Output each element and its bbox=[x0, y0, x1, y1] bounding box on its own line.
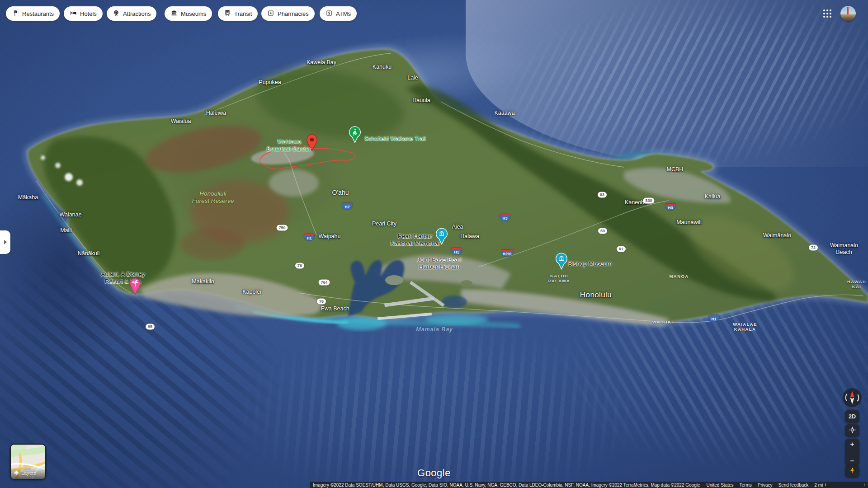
museums-icon bbox=[170, 9, 178, 18]
neighborhood-label: KALIHI PALAMA bbox=[548, 273, 570, 284]
my-location-icon bbox=[849, 426, 856, 436]
category-label: Transit bbox=[234, 10, 252, 17]
pegman-icon bbox=[849, 467, 856, 476]
category-attractions[interactable]: Attractions bbox=[107, 6, 156, 21]
atms-icon bbox=[326, 9, 333, 18]
park-poi-label[interactable]: Schofield Waikane Trail bbox=[364, 135, 425, 142]
marker-wahiawa-botanical-garden[interactable] bbox=[306, 134, 318, 153]
hotels-icon bbox=[70, 9, 77, 18]
town-label[interactable]: Kailua bbox=[705, 193, 721, 200]
street-view-pegman[interactable] bbox=[845, 465, 859, 478]
my-location-button[interactable] bbox=[845, 424, 859, 437]
town-label[interactable]: Nānākuli bbox=[78, 250, 100, 257]
scale-label: 2 mi bbox=[814, 483, 823, 488]
neighborhood-label: HAWAII KAI bbox=[847, 279, 866, 290]
poi-label[interactable]: Pearl Harbor National Memorial bbox=[391, 233, 440, 247]
terms-link[interactable]: Terms bbox=[740, 483, 752, 488]
park-poi-label[interactable]: Wahiawa Botanical Garden bbox=[267, 138, 312, 152]
zoom-control[interactable]: + − bbox=[845, 439, 859, 466]
category-restaurants[interactable]: Restaurants bbox=[6, 6, 60, 21]
marker-pearl-harbor-memorial[interactable] bbox=[435, 228, 449, 247]
town-label[interactable]: O'ahu bbox=[332, 189, 349, 197]
town-label[interactable]: Hauula bbox=[412, 97, 430, 104]
transit-icon bbox=[224, 9, 231, 18]
town-label[interactable]: Waialua bbox=[171, 118, 191, 125]
attribution-bar: Imagery ©2022 Data SOEST/UHM, Data USGS,… bbox=[310, 482, 868, 488]
town-label[interactable]: Haleiwa bbox=[206, 110, 226, 117]
town-label[interactable]: Waimānalo bbox=[763, 232, 791, 239]
town-label[interactable]: Pupukea bbox=[259, 79, 281, 86]
town-label[interactable]: Waianae bbox=[60, 211, 82, 218]
side-panel-expand-button[interactable] bbox=[0, 230, 10, 254]
neighborhood-label: WAIKIKI bbox=[652, 319, 674, 324]
town-label[interactable]: Makakilo bbox=[192, 278, 214, 285]
town-label[interactable]: Mākaha bbox=[18, 194, 38, 201]
poi-label[interactable]: Bishop Museum bbox=[568, 260, 612, 267]
town-label[interactable]: Kaneohe bbox=[625, 199, 647, 206]
zoom-in-button[interactable]: + bbox=[850, 441, 854, 447]
zoom-out-button[interactable]: − bbox=[850, 457, 854, 464]
water-label: Mamala Bay bbox=[416, 326, 453, 333]
region-link[interactable]: United States bbox=[707, 483, 734, 488]
send-feedback-link[interactable]: Send feedback bbox=[778, 483, 809, 488]
chevron-right-icon bbox=[4, 240, 7, 244]
map-canvas[interactable]: Kawela BayKahukuPupukeaLaieHauulaHaleiwa… bbox=[0, 0, 868, 488]
layers-control[interactable]: Layers bbox=[10, 444, 46, 480]
neighborhood-label: MANOA bbox=[670, 274, 689, 279]
town-label[interactable]: Ewa Beach bbox=[321, 305, 349, 312]
pharmacies-icon bbox=[267, 9, 274, 18]
category-hotels[interactable]: Hotels bbox=[64, 6, 103, 21]
town-label[interactable]: MCBH bbox=[667, 166, 684, 173]
category-pharmacies[interactable]: Pharmacies bbox=[261, 6, 315, 21]
town-label[interactable]: Kaaawa bbox=[494, 110, 514, 117]
town-label[interactable]: Maunawili bbox=[676, 219, 702, 226]
town-label[interactable]: Laie bbox=[407, 75, 418, 81]
restaurants-icon bbox=[12, 9, 19, 18]
category-label: ATMs bbox=[336, 10, 351, 17]
town-label[interactable]: Kahuku bbox=[373, 64, 392, 70]
category-label: Hotels bbox=[80, 10, 97, 17]
account-avatar[interactable] bbox=[840, 6, 856, 21]
map-attribution: Imagery ©2022 Data SOEST/UHM, Data USGS,… bbox=[313, 483, 700, 488]
forest-reserve-label[interactable]: Honouliuli Forest Reserve bbox=[192, 190, 234, 205]
layers-label: Layers bbox=[21, 470, 36, 476]
town-label[interactable]: Waipahu bbox=[319, 233, 341, 240]
scale-bar bbox=[826, 483, 864, 486]
town-label[interactable]: Maili bbox=[60, 227, 72, 234]
category-transit[interactable]: Transit bbox=[218, 6, 258, 21]
compass-control[interactable] bbox=[842, 388, 862, 408]
category-label: Restaurants bbox=[22, 10, 54, 17]
neighborhood-label: WAIALAE KAHALA bbox=[733, 322, 757, 332]
toggle-2d-button[interactable]: 2D bbox=[845, 410, 859, 423]
category-museums[interactable]: Museums bbox=[165, 6, 212, 21]
google-apps-grid-icon[interactable] bbox=[822, 8, 833, 19]
2d-label: 2D bbox=[849, 413, 856, 420]
poi-label[interactable]: Joint Base Pearl Harbor-Hickam bbox=[417, 256, 462, 271]
privacy-link[interactable]: Privacy bbox=[758, 483, 773, 488]
category-label: Pharmacies bbox=[278, 10, 309, 17]
town-label[interactable]: Kawela Bay bbox=[307, 59, 336, 66]
google-logo: Google bbox=[417, 467, 451, 479]
marker-bishop-museum[interactable] bbox=[555, 253, 569, 272]
layers-icon bbox=[14, 470, 19, 477]
marker-aulani-resort[interactable] bbox=[129, 277, 142, 297]
town-label[interactable]: Waimanalo Beach bbox=[830, 242, 858, 256]
town-label[interactable]: Aiea bbox=[452, 224, 463, 230]
marker-schofield-waikane-trail[interactable] bbox=[348, 126, 362, 145]
category-atms[interactable]: ATMs bbox=[320, 6, 357, 21]
town-label[interactable]: Pearl City bbox=[372, 221, 396, 227]
attractions-icon bbox=[113, 9, 120, 18]
town-label[interactable]: Honolulu bbox=[580, 291, 612, 300]
category-label: Museums bbox=[181, 10, 206, 17]
town-label[interactable]: Kapolei bbox=[242, 289, 261, 296]
category-label: Attractions bbox=[123, 10, 151, 17]
town-label[interactable]: Halawa bbox=[460, 233, 479, 240]
